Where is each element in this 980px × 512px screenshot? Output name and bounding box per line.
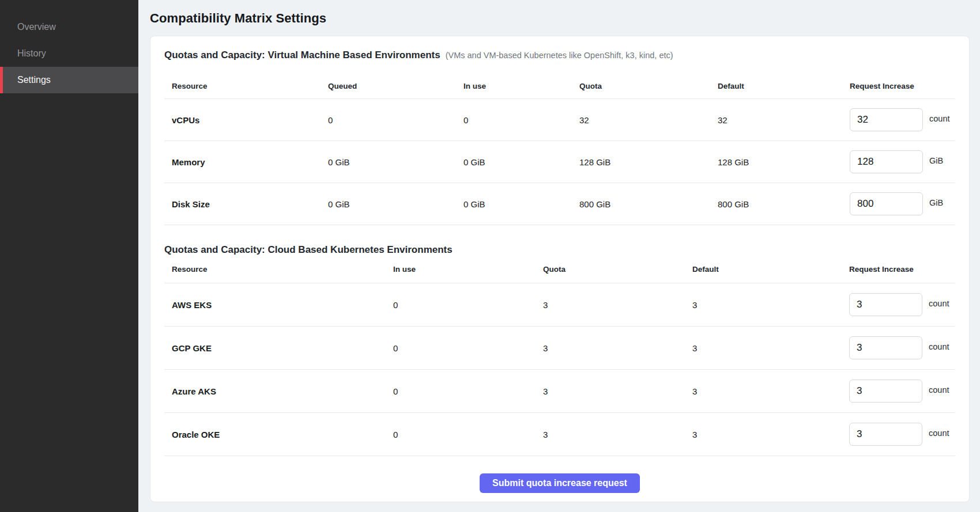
cell-default: 3 xyxy=(692,300,849,310)
cell-queued: 0 GiB xyxy=(328,199,463,209)
unit-label: GiB xyxy=(929,198,943,207)
sidebar-item-history[interactable]: History xyxy=(0,40,138,67)
column-header-in-use: In use xyxy=(463,82,579,90)
cell-in-use: 0 GiB xyxy=(463,199,579,209)
cell-resource: AWS EKS xyxy=(172,300,393,310)
cell-default: 800 GiB xyxy=(718,199,850,209)
unit-label: count xyxy=(929,428,949,438)
cell-queued: 0 xyxy=(328,115,463,125)
cell-in-use: 0 xyxy=(393,300,543,310)
cell-default: 3 xyxy=(692,386,849,396)
cloud-section-header: Quotas and Capacity: Cloud Based Kuberne… xyxy=(164,244,955,256)
table-row-vcpus: vCPUs 0 0 32 32 count xyxy=(164,99,955,141)
cell-default: 3 xyxy=(692,430,849,439)
cell-quota: 32 xyxy=(579,115,718,125)
column-header-default: Default xyxy=(718,82,850,90)
column-header-request-increase: Request Increase xyxy=(850,82,955,90)
unit-label: GiB xyxy=(929,156,943,165)
table-row-gcp-gke: GCP GKE 0 3 3 count xyxy=(164,327,955,370)
cell-in-use: 0 xyxy=(393,430,543,439)
column-header-resource: Resource xyxy=(172,265,393,274)
sidebar-item-label: Overview xyxy=(17,22,56,32)
cell-queued: 0 GiB xyxy=(328,157,463,167)
column-header-in-use: In use xyxy=(393,265,543,274)
request-increase-input-azure-aks[interactable] xyxy=(849,380,922,403)
cloud-section-title: Quotas and Capacity: Cloud Based Kuberne… xyxy=(164,244,453,256)
cell-resource: Azure AKS xyxy=(172,386,393,396)
cell-resource: Disk Size xyxy=(172,199,328,209)
sidebar-item-overview[interactable]: Overview xyxy=(0,14,138,40)
column-header-queued: Queued xyxy=(328,82,463,90)
column-header-request-increase: Request Increase xyxy=(849,265,955,274)
column-header-resource: Resource xyxy=(172,82,328,90)
cell-request-increase: count xyxy=(849,293,955,316)
cell-request-increase: count xyxy=(849,336,955,359)
request-increase-input-memory[interactable] xyxy=(850,150,923,173)
vm-section-title: Quotas and Capacity: Virtual Machine Bas… xyxy=(164,49,440,61)
table-row-aws-eks: AWS EKS 0 3 3 count xyxy=(164,283,955,327)
request-increase-input-oracle-oke[interactable] xyxy=(849,423,922,446)
cell-default: 32 xyxy=(718,115,850,125)
vm-section-header: Quotas and Capacity: Virtual Machine Bas… xyxy=(164,49,955,61)
request-increase-input-gcp-gke[interactable] xyxy=(849,336,922,359)
sidebar-item-label: Settings xyxy=(17,75,51,85)
cell-request-increase: count xyxy=(849,380,955,403)
unit-label: count xyxy=(929,114,949,123)
unit-label: count xyxy=(929,299,949,308)
cell-resource: GCP GKE xyxy=(172,343,393,353)
unit-label: count xyxy=(929,385,949,395)
vm-table-header: Resource Queued In use Quota Default Req… xyxy=(164,61,955,99)
cell-in-use: 0 GiB xyxy=(463,157,579,167)
cell-in-use: 0 xyxy=(393,343,543,353)
cell-quota: 3 xyxy=(543,300,692,310)
page-title: Compatibility Matrix Settings xyxy=(150,10,970,26)
main-content: Compatibility Matrix Settings Quotas and… xyxy=(138,0,980,512)
table-row-disk-size: Disk Size 0 GiB 0 GiB 800 GiB 800 GiB Gi… xyxy=(164,183,955,225)
submit-quota-increase-button[interactable]: Submit quota increase request xyxy=(480,473,640,493)
cell-request-increase: GiB xyxy=(850,150,955,173)
cell-resource: Oracle OKE xyxy=(172,430,393,439)
table-row-oracle-oke: Oracle OKE 0 3 3 count xyxy=(164,413,955,456)
column-header-quota: Quota xyxy=(543,265,692,274)
cell-quota: 3 xyxy=(543,386,692,396)
table-row-memory: Memory 0 GiB 0 GiB 128 GiB 128 GiB GiB xyxy=(164,141,955,183)
unit-label: count xyxy=(929,342,949,351)
column-header-default: Default xyxy=(692,265,849,274)
cell-quota: 3 xyxy=(543,343,692,353)
cell-in-use: 0 xyxy=(393,386,543,396)
request-increase-input-vcpus[interactable] xyxy=(850,108,923,131)
quotas-card: Quotas and Capacity: Virtual Machine Bas… xyxy=(150,36,970,502)
cell-quota: 3 xyxy=(543,430,692,439)
request-increase-input-aws-eks[interactable] xyxy=(849,293,922,316)
cell-quota: 128 GiB xyxy=(579,157,718,167)
request-increase-input-disk-size[interactable] xyxy=(850,192,923,215)
table-row-azure-aks: Azure AKS 0 3 3 count xyxy=(164,370,955,413)
vm-section-subtitle: (VMs and VM-based Kubernetes like OpenSh… xyxy=(446,51,673,60)
sidebar-item-label: History xyxy=(17,48,46,59)
cell-request-increase: count xyxy=(849,423,955,446)
submit-row: Submit quota increase request xyxy=(164,473,955,493)
app-window: Overview History Settings Compatibility … xyxy=(0,0,980,512)
cell-resource: Memory xyxy=(172,157,328,167)
column-header-quota: Quota xyxy=(579,82,718,90)
cell-default: 3 xyxy=(692,343,849,353)
sidebar-item-settings[interactable]: Settings xyxy=(0,67,138,93)
cloud-table-header: Resource In use Quota Default Request In… xyxy=(164,256,955,283)
cell-request-increase: count xyxy=(850,108,955,131)
sidebar: Overview History Settings xyxy=(0,0,138,512)
cell-quota: 800 GiB xyxy=(579,199,718,209)
cell-in-use: 0 xyxy=(463,115,579,125)
cell-request-increase: GiB xyxy=(850,192,955,215)
cell-resource: vCPUs xyxy=(172,115,328,125)
cell-default: 128 GiB xyxy=(718,157,850,167)
